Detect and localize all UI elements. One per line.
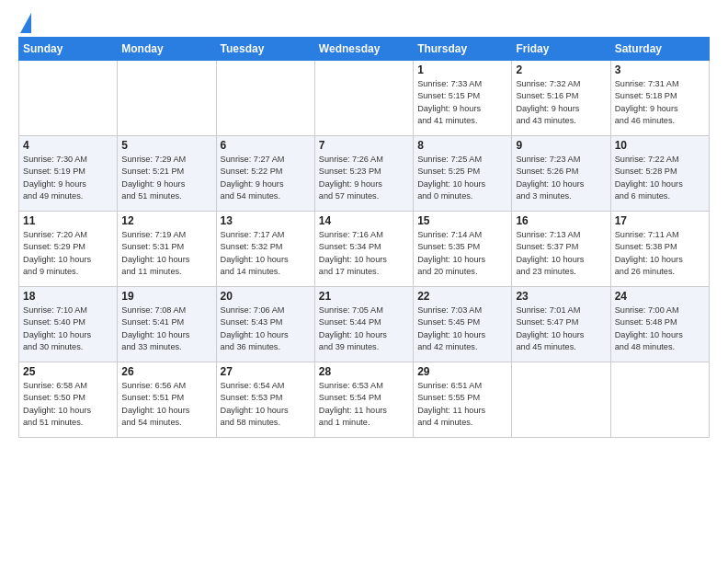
calendar-cell: 29Sunrise: 6:51 AM Sunset: 5:55 PM Dayli… — [414, 362, 512, 438]
day-info: Sunrise: 7:06 AM Sunset: 5:43 PM Dayligh… — [221, 304, 311, 353]
day-number: 15 — [417, 214, 507, 227]
day-number: 8 — [417, 139, 507, 152]
calendar-cell: 7Sunrise: 7:26 AM Sunset: 5:23 PM Daylig… — [314, 136, 413, 212]
day-info: Sunrise: 7:17 AM Sunset: 5:32 PM Dayligh… — [221, 229, 311, 278]
day-number: 16 — [516, 214, 606, 227]
day-number: 4 — [23, 139, 113, 152]
day-info: Sunrise: 6:53 AM Sunset: 5:54 PM Dayligh… — [319, 380, 409, 429]
calendar-cell: 25Sunrise: 6:58 AM Sunset: 5:50 PM Dayli… — [19, 362, 118, 438]
day-info: Sunrise: 7:08 AM Sunset: 5:41 PM Dayligh… — [121, 304, 211, 353]
calendar-cell — [512, 362, 610, 438]
day-info: Sunrise: 7:25 AM Sunset: 5:25 PM Dayligh… — [417, 154, 507, 202]
calendar-cell: 17Sunrise: 7:11 AM Sunset: 5:38 PM Dayli… — [610, 212, 709, 287]
calendar-cell: 9Sunrise: 7:23 AM Sunset: 5:26 PM Daylig… — [512, 136, 610, 212]
day-number: 9 — [516, 139, 606, 152]
header — [18, 15, 710, 31]
calendar-cell: 19Sunrise: 7:08 AM Sunset: 5:41 PM Dayli… — [118, 287, 216, 362]
week-row-1: 4Sunrise: 7:30 AM Sunset: 5:19 PM Daylig… — [19, 136, 710, 212]
day-number: 20 — [221, 290, 311, 303]
calendar-header-row: SundayMondayTuesdayWednesdayThursdayFrid… — [19, 38, 710, 61]
day-number: 1 — [417, 63, 507, 76]
day-number: 11 — [23, 214, 113, 227]
calendar-cell: 13Sunrise: 7:17 AM Sunset: 5:32 PM Dayli… — [216, 212, 314, 287]
day-info: Sunrise: 7:22 AM Sunset: 5:28 PM Dayligh… — [615, 154, 705, 202]
day-info: Sunrise: 7:30 AM Sunset: 5:19 PM Dayligh… — [23, 154, 113, 202]
weekday-header-monday: Monday — [118, 38, 216, 61]
weekday-header-wednesday: Wednesday — [314, 38, 413, 61]
calendar-cell: 6Sunrise: 7:27 AM Sunset: 5:22 PM Daylig… — [216, 136, 314, 212]
calendar-cell: 16Sunrise: 7:13 AM Sunset: 5:37 PM Dayli… — [512, 212, 610, 287]
day-info: Sunrise: 6:51 AM Sunset: 5:55 PM Dayligh… — [417, 380, 507, 429]
day-info: Sunrise: 7:11 AM Sunset: 5:38 PM Dayligh… — [615, 229, 705, 278]
weekday-header-sunday: Sunday — [19, 38, 118, 61]
calendar-cell: 28Sunrise: 6:53 AM Sunset: 5:54 PM Dayli… — [314, 362, 413, 438]
day-number: 27 — [221, 365, 311, 378]
day-info: Sunrise: 7:14 AM Sunset: 5:35 PM Dayligh… — [417, 229, 507, 278]
logo-triangle-icon — [20, 13, 31, 33]
calendar-cell: 8Sunrise: 7:25 AM Sunset: 5:25 PM Daylig… — [414, 136, 512, 212]
calendar-cell: 22Sunrise: 7:03 AM Sunset: 5:45 PM Dayli… — [414, 287, 512, 362]
calendar-cell: 21Sunrise: 7:05 AM Sunset: 5:44 PM Dayli… — [314, 287, 413, 362]
day-number: 3 — [615, 63, 705, 76]
day-number: 22 — [417, 290, 507, 303]
day-number: 2 — [516, 63, 606, 76]
week-row-2: 11Sunrise: 7:20 AM Sunset: 5:29 PM Dayli… — [19, 212, 710, 287]
weekday-header-friday: Friday — [512, 38, 610, 61]
calendar-cell: 14Sunrise: 7:16 AM Sunset: 5:34 PM Dayli… — [314, 212, 413, 287]
day-info: Sunrise: 6:58 AM Sunset: 5:50 PM Dayligh… — [23, 380, 113, 429]
day-info: Sunrise: 7:03 AM Sunset: 5:45 PM Dayligh… — [417, 304, 507, 353]
week-row-4: 25Sunrise: 6:58 AM Sunset: 5:50 PM Dayli… — [19, 362, 710, 438]
calendar-cell: 20Sunrise: 7:06 AM Sunset: 5:43 PM Dayli… — [216, 287, 314, 362]
day-info: Sunrise: 7:00 AM Sunset: 5:48 PM Dayligh… — [615, 304, 705, 353]
calendar-cell: 1Sunrise: 7:33 AM Sunset: 5:15 PM Daylig… — [414, 61, 512, 136]
calendar-cell: 18Sunrise: 7:10 AM Sunset: 5:40 PM Dayli… — [19, 287, 118, 362]
day-info: Sunrise: 7:01 AM Sunset: 5:47 PM Dayligh… — [516, 304, 606, 353]
day-number: 10 — [615, 139, 705, 152]
calendar-cell — [314, 61, 413, 136]
day-number: 12 — [121, 214, 211, 227]
calendar-cell: 10Sunrise: 7:22 AM Sunset: 5:28 PM Dayli… — [610, 136, 709, 212]
calendar-cell: 23Sunrise: 7:01 AM Sunset: 5:47 PM Dayli… — [512, 287, 610, 362]
day-info: Sunrise: 7:27 AM Sunset: 5:22 PM Dayligh… — [221, 154, 311, 202]
day-number: 5 — [121, 139, 211, 152]
calendar-cell: 15Sunrise: 7:14 AM Sunset: 5:35 PM Dayli… — [414, 212, 512, 287]
day-number: 21 — [319, 290, 409, 303]
day-info: Sunrise: 7:26 AM Sunset: 5:23 PM Dayligh… — [319, 154, 409, 202]
day-number: 24 — [615, 290, 705, 303]
day-info: Sunrise: 7:32 AM Sunset: 5:16 PM Dayligh… — [516, 78, 606, 127]
week-row-3: 18Sunrise: 7:10 AM Sunset: 5:40 PM Dayli… — [19, 287, 710, 362]
weekday-header-saturday: Saturday — [610, 38, 709, 61]
weekday-header-tuesday: Tuesday — [216, 38, 314, 61]
day-info: Sunrise: 7:31 AM Sunset: 5:18 PM Dayligh… — [615, 78, 705, 127]
day-info: Sunrise: 7:16 AM Sunset: 5:34 PM Dayligh… — [319, 229, 409, 278]
day-info: Sunrise: 6:54 AM Sunset: 5:53 PM Dayligh… — [221, 380, 311, 429]
calendar-cell — [610, 362, 709, 438]
day-number: 26 — [121, 365, 211, 378]
logo-text-block — [18, 15, 31, 31]
day-info: Sunrise: 7:29 AM Sunset: 5:21 PM Dayligh… — [121, 154, 211, 202]
week-row-0: 1Sunrise: 7:33 AM Sunset: 5:15 PM Daylig… — [19, 61, 710, 136]
weekday-header-thursday: Thursday — [414, 38, 512, 61]
day-number: 17 — [615, 214, 705, 227]
calendar-cell: 11Sunrise: 7:20 AM Sunset: 5:29 PM Dayli… — [19, 212, 118, 287]
calendar-cell: 5Sunrise: 7:29 AM Sunset: 5:21 PM Daylig… — [118, 136, 216, 212]
calendar-cell: 26Sunrise: 6:56 AM Sunset: 5:51 PM Dayli… — [118, 362, 216, 438]
calendar-cell: 4Sunrise: 7:30 AM Sunset: 5:19 PM Daylig… — [19, 136, 118, 212]
day-info: Sunrise: 7:05 AM Sunset: 5:44 PM Dayligh… — [319, 304, 409, 353]
page: SundayMondayTuesdayWednesdayThursdayFrid… — [0, 0, 728, 447]
day-number: 18 — [23, 290, 113, 303]
logo — [18, 15, 31, 31]
day-info: Sunrise: 7:23 AM Sunset: 5:26 PM Dayligh… — [516, 154, 606, 202]
day-number: 25 — [23, 365, 113, 378]
day-number: 29 — [417, 365, 507, 378]
day-number: 23 — [516, 290, 606, 303]
calendar-table: SundayMondayTuesdayWednesdayThursdayFrid… — [18, 37, 710, 438]
calendar-cell — [118, 61, 216, 136]
calendar-cell: 27Sunrise: 6:54 AM Sunset: 5:53 PM Dayli… — [216, 362, 314, 438]
day-number: 7 — [319, 139, 409, 152]
day-number: 13 — [221, 214, 311, 227]
day-info: Sunrise: 7:20 AM Sunset: 5:29 PM Dayligh… — [23, 229, 113, 278]
day-number: 28 — [319, 365, 409, 378]
day-info: Sunrise: 7:19 AM Sunset: 5:31 PM Dayligh… — [121, 229, 211, 278]
calendar-cell — [216, 61, 314, 136]
